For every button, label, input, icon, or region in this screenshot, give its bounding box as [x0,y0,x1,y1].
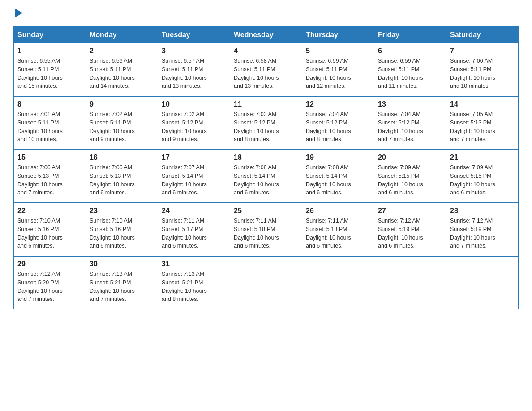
day-cell: 20 Sunrise: 7:09 AM Sunset: 5:15 PM Dayl… [374,150,446,203]
day-number: 14 [450,100,515,108]
day-cell: 4 Sunrise: 6:58 AM Sunset: 5:11 PM Dayli… [230,43,302,96]
day-number: 18 [234,154,298,162]
day-cell: 22 Sunrise: 7:10 AM Sunset: 5:16 PM Dayl… [14,203,86,256]
day-cell: 2 Sunrise: 6:56 AM Sunset: 5:11 PM Dayli… [86,43,158,96]
day-info: Sunrise: 6:59 AM Sunset: 5:11 PM Dayligh… [306,57,370,90]
logo [13,9,23,17]
week-row-1: 1 Sunrise: 6:55 AM Sunset: 5:11 PM Dayli… [14,43,519,96]
day-info: Sunrise: 7:07 AM Sunset: 5:14 PM Dayligh… [162,163,226,197]
header-wednesday: Wednesday [230,26,302,44]
day-info: Sunrise: 6:58 AM Sunset: 5:11 PM Dayligh… [234,57,298,90]
day-info: Sunrise: 7:13 AM Sunset: 5:21 PM Dayligh… [162,270,226,304]
day-number: 29 [17,260,82,268]
day-info: Sunrise: 7:12 AM Sunset: 5:20 PM Dayligh… [17,270,82,304]
day-cell: 8 Sunrise: 7:01 AM Sunset: 5:11 PM Dayli… [14,96,86,150]
day-number: 7 [450,47,515,55]
day-info: Sunrise: 7:03 AM Sunset: 5:12 PM Dayligh… [234,110,298,144]
header-tuesday: Tuesday [158,26,230,44]
day-cell: 10 Sunrise: 7:02 AM Sunset: 5:12 PM Dayl… [158,96,230,150]
day-cell: 9 Sunrise: 7:02 AM Sunset: 5:11 PM Dayli… [86,96,158,150]
day-info: Sunrise: 6:56 AM Sunset: 5:11 PM Dayligh… [90,57,154,90]
day-info: Sunrise: 7:06 AM Sunset: 5:13 PM Dayligh… [90,163,154,197]
day-number: 16 [90,154,154,162]
day-number: 13 [378,100,442,108]
day-number: 25 [234,207,298,215]
day-info: Sunrise: 7:12 AM Sunset: 5:19 PM Dayligh… [450,217,515,250]
day-info: Sunrise: 7:05 AM Sunset: 5:13 PM Dayligh… [450,110,515,144]
day-number: 28 [450,207,515,215]
day-cell: 1 Sunrise: 6:55 AM Sunset: 5:11 PM Dayli… [14,43,86,96]
day-cell: 23 Sunrise: 7:10 AM Sunset: 5:16 PM Dayl… [86,203,158,256]
day-number: 5 [306,47,370,55]
day-info: Sunrise: 7:10 AM Sunset: 5:16 PM Dayligh… [17,217,82,250]
day-info: Sunrise: 7:09 AM Sunset: 5:15 PM Dayligh… [450,163,515,197]
week-row-5: 29 Sunrise: 7:12 AM Sunset: 5:20 PM Dayl… [14,256,519,309]
header-sunday: Sunday [14,26,86,44]
header-saturday: Saturday [446,26,519,44]
day-info: Sunrise: 7:08 AM Sunset: 5:14 PM Dayligh… [234,163,298,197]
day-info: Sunrise: 7:02 AM Sunset: 5:12 PM Dayligh… [162,110,226,144]
day-info: Sunrise: 6:55 AM Sunset: 5:11 PM Dayligh… [17,57,82,90]
day-number: 24 [162,207,226,215]
day-number: 27 [378,207,442,215]
day-cell [446,256,519,309]
day-info: Sunrise: 7:02 AM Sunset: 5:11 PM Dayligh… [90,110,154,144]
day-cell: 12 Sunrise: 7:04 AM Sunset: 5:12 PM Dayl… [302,96,374,150]
day-info: Sunrise: 7:11 AM Sunset: 5:18 PM Dayligh… [234,217,298,250]
day-number: 6 [378,47,442,55]
page-header [13,9,519,17]
day-info: Sunrise: 7:12 AM Sunset: 5:19 PM Dayligh… [378,217,442,250]
day-cell: 14 Sunrise: 7:05 AM Sunset: 5:13 PM Dayl… [446,96,519,150]
day-number: 30 [90,260,154,268]
day-info: Sunrise: 7:04 AM Sunset: 5:12 PM Dayligh… [378,110,442,144]
day-info: Sunrise: 6:57 AM Sunset: 5:11 PM Dayligh… [162,57,226,90]
day-cell: 15 Sunrise: 7:06 AM Sunset: 5:13 PM Dayl… [14,150,86,203]
day-cell: 29 Sunrise: 7:12 AM Sunset: 5:20 PM Dayl… [14,256,86,309]
day-info: Sunrise: 7:09 AM Sunset: 5:15 PM Dayligh… [378,163,442,197]
day-number: 3 [162,47,226,55]
header-friday: Friday [374,26,446,44]
day-info: Sunrise: 7:06 AM Sunset: 5:13 PM Dayligh… [17,163,82,197]
day-cell: 24 Sunrise: 7:11 AM Sunset: 5:17 PM Dayl… [158,203,230,256]
day-number: 12 [306,100,370,108]
header-monday: Monday [86,26,158,44]
day-cell [230,256,302,309]
day-number: 11 [234,100,298,108]
day-cell: 21 Sunrise: 7:09 AM Sunset: 5:15 PM Dayl… [446,150,519,203]
day-info: Sunrise: 7:13 AM Sunset: 5:21 PM Dayligh… [90,270,154,304]
day-cell: 26 Sunrise: 7:11 AM Sunset: 5:18 PM Dayl… [302,203,374,256]
day-cell: 28 Sunrise: 7:12 AM Sunset: 5:19 PM Dayl… [446,203,519,256]
day-number: 15 [17,154,82,162]
day-cell: 11 Sunrise: 7:03 AM Sunset: 5:12 PM Dayl… [230,96,302,150]
week-row-4: 22 Sunrise: 7:10 AM Sunset: 5:16 PM Dayl… [14,203,519,256]
day-number: 19 [306,154,370,162]
day-info: Sunrise: 6:59 AM Sunset: 5:11 PM Dayligh… [378,57,442,90]
day-number: 2 [90,47,154,55]
day-info: Sunrise: 7:11 AM Sunset: 5:18 PM Dayligh… [306,217,370,250]
day-cell: 7 Sunrise: 7:00 AM Sunset: 5:11 PM Dayli… [446,43,519,96]
day-cell [374,256,446,309]
day-info: Sunrise: 7:00 AM Sunset: 5:11 PM Dayligh… [450,57,515,90]
day-cell: 19 Sunrise: 7:08 AM Sunset: 5:14 PM Dayl… [302,150,374,203]
day-info: Sunrise: 7:11 AM Sunset: 5:17 PM Dayligh… [162,217,226,250]
week-row-3: 15 Sunrise: 7:06 AM Sunset: 5:13 PM Dayl… [14,150,519,203]
day-number: 21 [450,154,515,162]
week-row-2: 8 Sunrise: 7:01 AM Sunset: 5:11 PM Dayli… [14,96,519,150]
day-number: 22 [17,207,82,215]
day-number: 8 [17,100,82,108]
calendar-table: SundayMondayTuesdayWednesdayThursdayFrid… [13,26,519,309]
day-cell: 13 Sunrise: 7:04 AM Sunset: 5:12 PM Dayl… [374,96,446,150]
day-number: 1 [17,47,82,55]
day-info: Sunrise: 7:08 AM Sunset: 5:14 PM Dayligh… [306,163,370,197]
day-info: Sunrise: 7:01 AM Sunset: 5:11 PM Dayligh… [17,110,82,144]
day-number: 23 [90,207,154,215]
logo-triangle-icon [15,9,23,17]
day-number: 9 [90,100,154,108]
day-info: Sunrise: 7:10 AM Sunset: 5:16 PM Dayligh… [90,217,154,250]
day-number: 4 [234,47,298,55]
day-info: Sunrise: 7:04 AM Sunset: 5:12 PM Dayligh… [306,110,370,144]
day-cell: 25 Sunrise: 7:11 AM Sunset: 5:18 PM Dayl… [230,203,302,256]
day-cell: 5 Sunrise: 6:59 AM Sunset: 5:11 PM Dayli… [302,43,374,96]
day-cell: 30 Sunrise: 7:13 AM Sunset: 5:21 PM Dayl… [86,256,158,309]
day-cell: 31 Sunrise: 7:13 AM Sunset: 5:21 PM Dayl… [158,256,230,309]
